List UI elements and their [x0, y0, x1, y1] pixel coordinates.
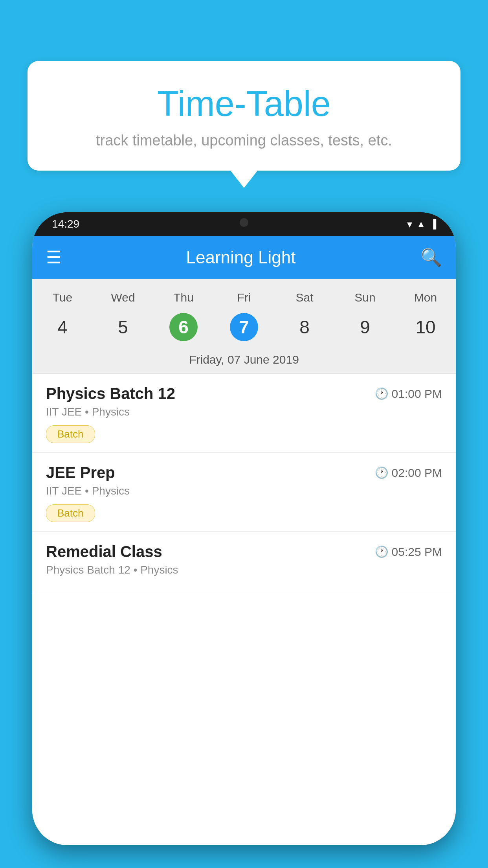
schedule-item-3-time: 🕐 05:25 PM — [375, 545, 442, 559]
day-numbers: 4 5 6 7 8 9 10 — [32, 307, 456, 348]
schedule-item-3[interactable]: Remedial Class 🕐 05:25 PM Physics Batch … — [32, 532, 456, 593]
calendar-section: Tue Wed Thu Fri Sat Sun Mon 4 5 6 7 8 9 … — [32, 279, 456, 374]
day-headers: Tue Wed Thu Fri Sat Sun Mon — [32, 279, 456, 307]
selected-date: Friday, 07 June 2019 — [32, 348, 456, 374]
status-time: 14:29 — [52, 218, 79, 230]
batch-badge-2: Batch — [46, 504, 95, 522]
schedule-item-1-header: Physics Batch 12 🕐 01:00 PM — [46, 385, 442, 403]
clock-icon-3: 🕐 — [375, 545, 389, 558]
day-header-tue: Tue — [32, 287, 93, 307]
schedule-item-1-time: 🕐 01:00 PM — [375, 387, 442, 401]
speech-bubble: Time-Table track timetable, upcoming cla… — [28, 61, 460, 171]
app-bar: ☰ Learning Light 🔍 — [32, 236, 456, 279]
phone-frame: 14:29 ▾ ▲ ▐ ☰ Learning Light 🔍 Tue Wed T… — [32, 212, 456, 845]
schedule-list: Physics Batch 12 🕐 01:00 PM IIT JEE • Ph… — [32, 374, 456, 845]
day-4[interactable]: 4 — [32, 310, 93, 344]
bubble-subtitle: track timetable, upcoming classes, tests… — [47, 132, 441, 149]
bubble-title: Time-Table — [47, 85, 441, 123]
schedule-item-1-sub: IIT JEE • Physics — [46, 406, 442, 418]
wifi-icon: ▾ — [407, 218, 412, 230]
schedule-item-2[interactable]: JEE Prep 🕐 02:00 PM IIT JEE • Physics Ba… — [32, 453, 456, 532]
signal-icon: ▲ — [417, 219, 426, 229]
schedule-item-2-time: 🕐 02:00 PM — [375, 466, 442, 480]
schedule-item-1[interactable]: Physics Batch 12 🕐 01:00 PM IIT JEE • Ph… — [32, 374, 456, 453]
schedule-item-3-sub: Physics Batch 12 • Physics — [46, 564, 442, 576]
day-9[interactable]: 9 — [335, 310, 395, 344]
day-6-today[interactable]: 6 — [153, 310, 214, 344]
batch-badge-1: Batch — [46, 425, 95, 443]
day-5[interactable]: 5 — [93, 310, 153, 344]
status-bar: 14:29 ▾ ▲ ▐ — [32, 212, 456, 236]
battery-icon: ▐ — [430, 219, 436, 229]
phone-screen: ☰ Learning Light 🔍 Tue Wed Thu Fri Sat S… — [32, 236, 456, 845]
search-icon[interactable]: 🔍 — [420, 247, 442, 268]
day-header-mon: Mon — [395, 287, 456, 307]
clock-icon-2: 🕐 — [375, 466, 389, 479]
clock-icon-1: 🕐 — [375, 387, 389, 400]
day-header-sat: Sat — [274, 287, 335, 307]
phone-notch — [205, 212, 283, 233]
schedule-item-2-sub: IIT JEE • Physics — [46, 485, 442, 497]
schedule-item-2-header: JEE Prep 🕐 02:00 PM — [46, 464, 442, 482]
schedule-item-1-title: Physics Batch 12 — [46, 385, 175, 403]
day-header-thu: Thu — [153, 287, 214, 307]
camera — [240, 218, 248, 227]
day-header-sun: Sun — [335, 287, 395, 307]
day-10[interactable]: 10 — [395, 310, 456, 344]
schedule-item-2-title: JEE Prep — [46, 464, 115, 482]
day-8[interactable]: 8 — [274, 310, 335, 344]
day-7-selected[interactable]: 7 — [214, 310, 274, 344]
schedule-item-3-header: Remedial Class 🕐 05:25 PM — [46, 543, 442, 561]
schedule-item-3-title: Remedial Class — [46, 543, 162, 561]
status-icons: ▾ ▲ ▐ — [407, 218, 436, 230]
day-header-fri: Fri — [214, 287, 274, 307]
app-title: Learning Light — [73, 248, 409, 267]
hamburger-icon[interactable]: ☰ — [46, 249, 61, 266]
day-header-wed: Wed — [93, 287, 153, 307]
